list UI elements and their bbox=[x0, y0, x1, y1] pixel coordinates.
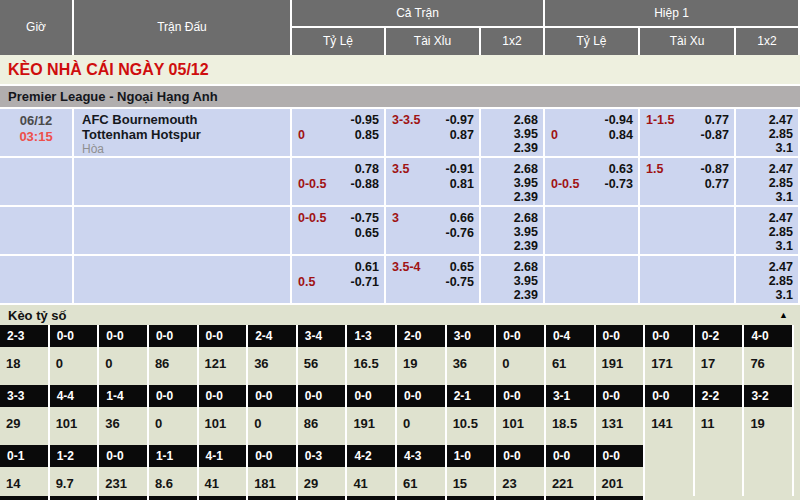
ft-handicap-cell[interactable]: 0.61 0.5-0.71 bbox=[292, 256, 384, 303]
score-odds-value[interactable]: 61 bbox=[397, 467, 445, 491]
ft-1x2-cell[interactable]: 2.68 3.95 2.39 bbox=[481, 207, 543, 254]
ft-handicap-cell[interactable]: -0.95 00.85 bbox=[292, 109, 384, 156]
odds-1x2-home[interactable]: 2.47 bbox=[736, 260, 793, 274]
score-odds-value[interactable]: 14 bbox=[0, 467, 48, 491]
odds-value[interactable]: -0.73 bbox=[605, 177, 634, 192]
odds-value[interactable]: -0.97 bbox=[446, 113, 475, 128]
odds-1x2-draw[interactable]: 2.85 bbox=[736, 127, 793, 141]
score-odds-value[interactable]: 18.5 bbox=[546, 407, 594, 431]
ft-1x2-cell[interactable]: 2.68 3.95 2.39 bbox=[481, 256, 543, 303]
odds-1x2-away[interactable]: 2.39 bbox=[481, 239, 538, 253]
ft-1x2-cell[interactable]: 2.68 3.95 2.39 bbox=[481, 158, 543, 205]
odds-1x2-away[interactable]: 2.39 bbox=[481, 288, 538, 302]
score-odds-value[interactable]: 29 bbox=[0, 407, 48, 431]
score-odds-value[interactable]: 23 bbox=[496, 467, 544, 491]
odds-value[interactable]: -0.94 bbox=[605, 113, 634, 128]
h1-1x2-cell[interactable]: 2.47 2.85 3.1 bbox=[736, 207, 798, 254]
odds-value[interactable]: 0.77 bbox=[705, 177, 729, 192]
odds-1x2-away[interactable]: 3.1 bbox=[736, 141, 793, 155]
score-odds-value[interactable]: 17 bbox=[695, 347, 743, 371]
odds-value[interactable]: -0.71 bbox=[351, 275, 380, 290]
league-header[interactable]: Premier League - Ngoại Hạng Anh bbox=[0, 86, 800, 107]
odds-value[interactable]: -0.87 bbox=[701, 128, 730, 143]
score-odds-value[interactable]: 41 bbox=[347, 467, 395, 491]
home-team[interactable]: AFC Bournemouth bbox=[82, 112, 290, 127]
score-odds-value[interactable]: 191 bbox=[347, 407, 395, 431]
h1-overunder-cell[interactable]: 1-1.50.77 -0.87 bbox=[640, 109, 734, 156]
odds-value[interactable]: -0.75 bbox=[351, 211, 380, 226]
score-odds-value[interactable]: 0 bbox=[99, 347, 147, 371]
score-odds-value[interactable]: 101 bbox=[496, 407, 544, 431]
match-teams-cell[interactable]: AFC Bournemouth Tottenham Hotspur Hòa bbox=[74, 109, 290, 156]
score-odds-value[interactable]: 36 bbox=[248, 347, 296, 371]
odds-value[interactable]: 0.81 bbox=[450, 177, 474, 192]
score-odds-value[interactable]: 29 bbox=[298, 467, 346, 491]
score-odds-value[interactable]: 18 bbox=[0, 347, 48, 371]
odds-1x2-home[interactable]: 2.68 bbox=[481, 260, 538, 274]
score-section-header[interactable]: Kèo tỷ số ▲ bbox=[0, 305, 800, 325]
h1-1x2-cell[interactable]: 2.47 2.85 3.1 bbox=[736, 158, 798, 205]
odds-1x2-away[interactable]: 3.1 bbox=[736, 239, 793, 253]
ft-overunder-cell[interactable]: 3-3.5-0.97 0.87 bbox=[386, 109, 479, 156]
score-odds-value[interactable]: 9.7 bbox=[50, 467, 98, 491]
score-odds-value[interactable]: 0 bbox=[496, 347, 544, 371]
score-odds-value[interactable]: 76 bbox=[744, 347, 792, 371]
ft-overunder-cell[interactable]: 3.5-0.91 0.81 bbox=[386, 158, 479, 205]
h1-handicap-cell[interactable]: -0.94 00.84 bbox=[545, 109, 638, 156]
score-odds-value[interactable]: 101 bbox=[50, 407, 98, 431]
score-odds-value[interactable]: 201 bbox=[596, 467, 644, 491]
ft-overunder-cell[interactable]: 3.5-40.65 -0.75 bbox=[386, 256, 479, 303]
odds-1x2-draw[interactable]: 3.95 bbox=[481, 274, 538, 288]
score-odds-value[interactable]: 56 bbox=[298, 347, 346, 371]
odds-value[interactable]: 0.61 bbox=[355, 260, 379, 275]
odds-value[interactable]: 0.65 bbox=[450, 260, 474, 275]
score-odds-value[interactable] bbox=[695, 467, 743, 476]
score-odds-value[interactable]: 121 bbox=[199, 347, 247, 371]
odds-1x2-draw[interactable]: 3.95 bbox=[481, 127, 538, 141]
score-odds-value[interactable]: 36 bbox=[99, 407, 147, 431]
score-odds-value[interactable]: 86 bbox=[298, 407, 346, 431]
away-team[interactable]: Tottenham Hotspur bbox=[82, 127, 290, 142]
odds-1x2-away[interactable]: 2.39 bbox=[481, 141, 538, 155]
score-odds-value[interactable]: 141 bbox=[645, 407, 693, 431]
odds-1x2-home[interactable]: 2.68 bbox=[481, 211, 538, 225]
score-odds-value[interactable]: 8.6 bbox=[149, 467, 197, 491]
odds-value[interactable]: 0.66 bbox=[450, 211, 474, 226]
score-odds-value[interactable]: 0 bbox=[248, 407, 296, 431]
ft-1x2-cell[interactable]: 2.68 3.95 2.39 bbox=[481, 109, 543, 156]
score-odds-value[interactable]: 16.5 bbox=[347, 347, 395, 371]
h1-overunder-cell[interactable]: 1.5-0.87 0.77 bbox=[640, 158, 734, 205]
score-odds-value[interactable]: 221 bbox=[546, 467, 594, 491]
odds-1x2-home[interactable]: 2.47 bbox=[736, 211, 793, 225]
score-odds-value[interactable]: 181 bbox=[248, 467, 296, 491]
score-odds-value[interactable] bbox=[645, 467, 693, 476]
h1-1x2-cell[interactable]: 2.47 2.85 3.1 bbox=[736, 109, 798, 156]
score-odds-value[interactable]: 171 bbox=[645, 347, 693, 371]
score-odds-value[interactable]: 86 bbox=[149, 347, 197, 371]
score-odds-value[interactable]: 0 bbox=[397, 407, 445, 431]
odds-value[interactable]: 0.85 bbox=[355, 128, 379, 143]
score-odds-value[interactable]: 131 bbox=[596, 407, 644, 431]
odds-1x2-away[interactable]: 2.39 bbox=[481, 190, 538, 204]
score-odds-value[interactable]: 41 bbox=[199, 467, 247, 491]
score-odds-value[interactable] bbox=[744, 467, 792, 476]
odds-value[interactable]: 0.65 bbox=[355, 226, 379, 241]
odds-value[interactable]: 0.84 bbox=[609, 128, 633, 143]
score-odds-value[interactable]: 61 bbox=[546, 347, 594, 371]
collapse-arrow-icon[interactable]: ▲ bbox=[779, 310, 788, 320]
odds-value[interactable]: -0.75 bbox=[446, 275, 475, 290]
score-odds-value[interactable]: 231 bbox=[99, 467, 147, 491]
odds-value[interactable]: 0.77 bbox=[705, 113, 729, 128]
score-odds-value[interactable]: 11 bbox=[695, 407, 743, 431]
h1-1x2-cell[interactable]: 2.47 2.85 3.1 bbox=[736, 256, 798, 303]
odds-value[interactable]: -0.76 bbox=[446, 226, 475, 241]
odds-1x2-away[interactable]: 3.1 bbox=[736, 190, 793, 204]
score-odds-value[interactable]: 19 bbox=[397, 347, 445, 371]
score-odds-value[interactable]: 191 bbox=[596, 347, 644, 371]
odds-1x2-away[interactable]: 3.1 bbox=[736, 288, 793, 302]
odds-1x2-home[interactable]: 2.68 bbox=[481, 113, 538, 127]
odds-value[interactable]: -0.91 bbox=[446, 162, 475, 177]
h1-handicap-cell[interactable]: 0.63 0-0.5-0.73 bbox=[545, 158, 638, 205]
ft-handicap-cell[interactable]: 0.78 0-0.5-0.88 bbox=[292, 158, 384, 205]
odds-value[interactable]: 0.78 bbox=[355, 162, 379, 177]
